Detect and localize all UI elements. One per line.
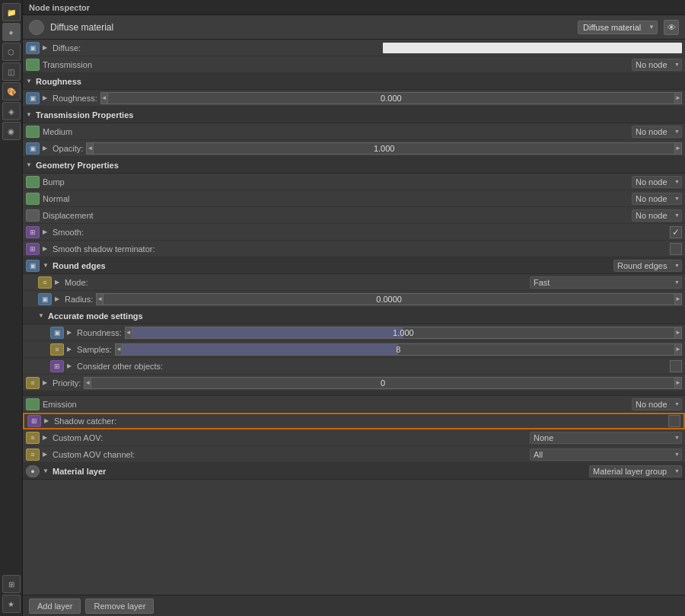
radius-dec[interactable]: ◄ — [96, 293, 104, 305]
roughness-section: Roughness — [23, 73, 685, 90]
displacement-dropdown[interactable]: No node — [632, 209, 682, 222]
smooth-shadow-label: Smooth shadow terminator: — [53, 244, 155, 254]
layers-icon[interactable]: ◫ — [2, 62, 21, 81]
opacity-row: ▣ Opacity: ◄ 1.000 ► — [23, 140, 685, 157]
material-type-dropdown[interactable]: Diffuse material — [578, 21, 658, 34]
opacity-slider[interactable]: ◄ 1.000 ► — [86, 142, 682, 155]
shadow-catcher-row: ⊞ Shadow catcher: — [23, 413, 685, 429]
displacement-dropdown-wrapper[interactable]: No node — [632, 209, 682, 222]
medium-row: Medium No node — [23, 123, 685, 140]
consider-expand[interactable] — [67, 362, 75, 370]
shadow-catcher-checkbox[interactable] — [668, 415, 680, 427]
custom-aov-label: Custom AOV: — [53, 433, 103, 442]
diffuse-expand[interactable] — [43, 44, 50, 52]
normal-dropdown-wrapper[interactable]: No node — [632, 193, 682, 205]
folder-icon[interactable]: 📁 — [2, 3, 21, 21]
title-bar: Node inspector — [23, 0, 685, 15]
priority-dec[interactable]: ◄ — [84, 377, 91, 389]
bump-icon — [26, 176, 40, 188]
emission-dropdown[interactable]: No node — [632, 398, 682, 410]
shadow-catcher-icon: ⊞ — [27, 415, 41, 427]
roundness-expand[interactable] — [67, 329, 75, 337]
roughness-expand-btn[interactable] — [43, 94, 50, 102]
remove-layer-button[interactable]: Remove layer — [85, 598, 154, 614]
roughness-inc[interactable]: ► — [674, 92, 682, 104]
material-layer-dropdown-wrapper[interactable]: Material layer group — [589, 465, 682, 477]
cube-icon[interactable]: ⬡ — [2, 43, 21, 61]
custom-aov-channel-expand[interactable] — [43, 451, 50, 458]
medium-dropdown[interactable]: No node — [632, 126, 682, 138]
roughness-label: Roughness: — [53, 94, 97, 103]
displacement-label: Displacement — [43, 211, 94, 220]
mode-dropdown[interactable]: Fast — [530, 276, 682, 289]
accurate-expand[interactable] — [38, 312, 46, 320]
mode-icon: ≡ — [38, 276, 52, 289]
priority-expand[interactable] — [43, 379, 50, 387]
visibility-toggle[interactable]: 👁 — [664, 20, 679, 35]
custom-aov-channel-dropdown-wrapper[interactable]: All — [530, 448, 682, 461]
samples-expand[interactable] — [67, 346, 75, 353]
round-edges-expand[interactable] — [43, 262, 50, 270]
roughness-slider[interactable]: ◄ 0.000 ► — [100, 92, 682, 104]
star-icon[interactable]: ★ — [2, 595, 21, 613]
custom-aov-channel-dropdown[interactable]: All — [530, 448, 682, 461]
consider-checkbox[interactable] — [670, 360, 682, 372]
material-type-dropdown-wrapper[interactable]: Diffuse material — [578, 21, 658, 34]
shadow-catcher-expand[interactable] — [44, 417, 52, 425]
smooth-shadow-checkbox[interactable] — [670, 243, 682, 255]
smooth-checkbox[interactable] — [670, 226, 682, 238]
opacity-label: Opacity: — [53, 144, 83, 153]
opacity-expand[interactable] — [43, 145, 50, 152]
radius-expand[interactable] — [55, 295, 62, 303]
samples-dec[interactable]: ◄ — [115, 343, 123, 356]
render-icon[interactable]: ⊞ — [2, 575, 21, 593]
emission-dropdown-wrapper[interactable]: No node — [632, 398, 682, 410]
smooth-shadow-expand[interactable] — [43, 245, 50, 253]
radius-slider[interactable]: ◄ 0.0000 ► — [96, 293, 682, 305]
custom-aov-dropdown[interactable]: None — [530, 432, 682, 444]
opacity-dec[interactable]: ◄ — [86, 142, 94, 155]
trans-expand[interactable] — [26, 111, 33, 119]
material-layer-expand[interactable] — [43, 468, 50, 475]
priority-inc[interactable]: ► — [674, 377, 682, 389]
opacity-inc[interactable]: ► — [674, 142, 682, 155]
material-layer-header-row: ● Material layer Material layer group — [23, 463, 685, 480]
priority-slider[interactable]: ◄ 0 ► — [84, 377, 682, 389]
add-layer-button[interactable]: Add layer — [29, 598, 81, 614]
roughness-dec[interactable]: ◄ — [100, 92, 108, 104]
samples-icon: ≡ — [50, 343, 64, 356]
custom-aov-dropdown-wrapper[interactable]: None — [530, 432, 682, 444]
paint-icon[interactable]: 🎨 — [2, 82, 21, 101]
roundness-slider[interactable]: ◄ 1.000 ► — [125, 327, 682, 339]
custom-aov-expand[interactable] — [43, 434, 50, 442]
transmission-dropdown[interactable]: No node — [632, 59, 682, 71]
samples-slider[interactable]: ◄ 8 ► — [115, 343, 682, 356]
smooth-expand[interactable] — [43, 228, 50, 236]
samples-inc[interactable]: ► — [674, 343, 682, 356]
geo-expand[interactable] — [26, 161, 33, 169]
round-edges-dropdown[interactable]: Round edges — [613, 260, 682, 272]
round-edges-dropdown-wrapper[interactable]: Round edges — [613, 260, 682, 272]
diffuse-row: ▣ Diffuse: — [23, 40, 685, 56]
mode-dropdown-wrapper[interactable]: Fast — [530, 276, 682, 289]
title-text: Node inspector — [29, 3, 90, 12]
sphere-icon[interactable]: ● — [2, 23, 21, 41]
material-layer-dropdown[interactable]: Material layer group — [589, 465, 682, 477]
priority-label: Priority: — [53, 378, 81, 388]
bump-dropdown-wrapper[interactable]: No node — [632, 176, 682, 188]
camera-icon[interactable]: ◈ — [2, 102, 21, 120]
medium-dropdown-wrapper[interactable]: No node — [632, 126, 682, 138]
normal-dropdown[interactable]: No node — [632, 193, 682, 205]
roughness-expand[interactable] — [26, 78, 33, 85]
roundness-dec[interactable]: ◄ — [125, 327, 132, 339]
consider-row: ⊞ Consider other objects: — [23, 358, 685, 375]
geometry-props-section: Geometry Properties — [23, 157, 685, 174]
round-edges-icon: ▣ — [26, 260, 40, 272]
bump-dropdown[interactable]: No node — [632, 176, 682, 188]
roundness-inc[interactable]: ► — [674, 327, 682, 339]
light-icon[interactable]: ◉ — [2, 122, 21, 140]
mode-expand[interactable] — [55, 279, 62, 286]
roundness-row: ▣ Roundness: ◄ 1.000 ► — [23, 324, 685, 341]
transmission-dropdown-wrapper[interactable]: No node — [632, 59, 682, 71]
radius-inc[interactable]: ► — [674, 293, 682, 305]
